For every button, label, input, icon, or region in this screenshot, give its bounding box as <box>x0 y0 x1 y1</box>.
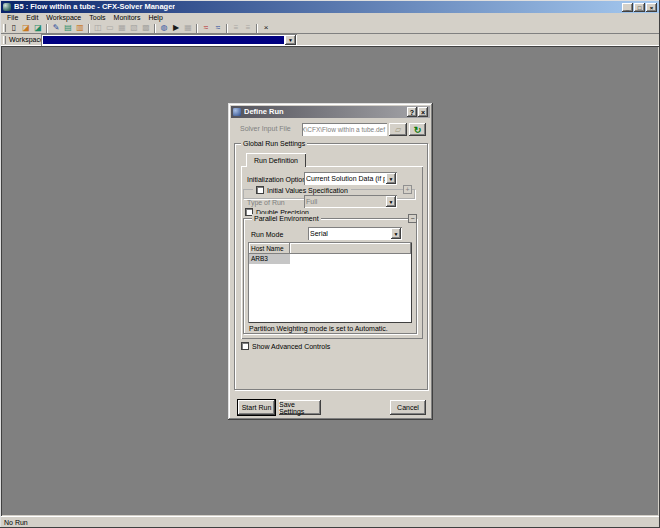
save-state-icon-2: ▭ <box>104 23 116 33</box>
toolbar-separator <box>196 24 198 33</box>
show-advanced-checkbox[interactable] <box>241 342 249 350</box>
close-button[interactable]: × <box>646 3 657 12</box>
table-row[interactable]: ARB3 <box>249 254 411 264</box>
chevron-down-icon[interactable]: ▼ <box>391 228 401 239</box>
define-run-icon <box>233 108 241 116</box>
import-solution-icon[interactable]: ▥ <box>74 23 86 33</box>
define-run-icon[interactable]: ✎ <box>50 23 62 33</box>
define-run-dialog: Define Run ? × Solver Input File \CFX\CF… <box>228 103 433 420</box>
tab-run-definition[interactable]: Run Definition <box>246 153 306 167</box>
empty-column-header[interactable] <box>290 243 411 254</box>
type-of-run-label: Type of Run <box>247 199 285 206</box>
workspace-combobox-selection <box>43 36 284 44</box>
menu-file[interactable]: File <box>3 13 22 23</box>
initial-values-checkbox[interactable] <box>256 186 264 194</box>
show-advanced-label: Show Advanced Controls <box>252 343 330 350</box>
initial-values-row: Initial Values Specification <box>253 185 351 195</box>
workspace-bar-grip[interactable] <box>3 36 6 44</box>
minimize-button[interactable]: _ <box>622 3 633 12</box>
solver-input-file-label: Solver Input File <box>240 125 291 132</box>
save-state-icon: ◫ <box>92 23 104 33</box>
start-run-icon[interactable]: ▶ <box>170 23 182 33</box>
menu-tools[interactable]: Tools <box>85 13 109 23</box>
parallel-environment-label: Parallel Environment <box>252 214 321 223</box>
app-icon <box>3 3 11 11</box>
menu-help[interactable]: Help <box>144 13 166 23</box>
window-titlebar[interactable]: B5 : Flow within a tube - CFX-Solver Man… <box>1 1 659 13</box>
toolbar-separator <box>88 24 90 33</box>
workspace-bar: Workspace ▼ <box>1 34 659 46</box>
show-advanced-row: Show Advanced Controls <box>241 342 330 350</box>
chevron-down-icon[interactable]: ▼ <box>285 35 296 45</box>
tab-run-definition-label: Run Definition <box>254 157 298 164</box>
workspace-next-icon: ≡ <box>242 23 254 33</box>
workspace-label: Workspace <box>9 34 44 46</box>
toolbar-grip[interactable] <box>3 24 6 32</box>
host-name-cell[interactable]: ARB3 <box>249 254 290 264</box>
run-definition-panel: Initialization Option Current Solution D… <box>241 166 423 339</box>
start-run-button[interactable]: Start Run <box>238 400 275 415</box>
save-state-icon-3: ▦ <box>116 23 128 33</box>
status-text: No Run <box>4 517 28 528</box>
run-mode-combobox[interactable]: Serial ▼ <box>308 227 402 240</box>
dialog-title: Define Run <box>244 106 284 118</box>
toolbar: ▯ ◪ ◪ ✎ ▤ ▥ ◫ ▭ ▦ ▧ ▩ ◍ ▶ ▦ ≈ ≈ ≡ ≡ × <box>1 23 659 34</box>
type-of-run-combobox: Full ▼ <box>304 195 397 208</box>
initial-values-label: Initial Values Specification <box>267 187 348 194</box>
initialization-option-label: Initialization Option <box>247 176 306 183</box>
type-of-run-value: Full <box>306 196 385 207</box>
toolbar-separator <box>154 24 156 33</box>
stop-run-icon[interactable]: × <box>260 23 272 33</box>
solver-input-file-field: \CFX\CFX\Flow within a tube.def <box>302 123 387 136</box>
save-results-icon: ▦ <box>182 23 194 33</box>
solver-input-file-value: \CFX\CFX\Flow within a tube.def <box>302 123 387 136</box>
browse-folder-icon: ▱ <box>389 123 407 136</box>
toolbar-separator <box>46 24 48 33</box>
new-run-icon[interactable]: ▯ <box>8 23 20 33</box>
host-table: Host Name ARB3 <box>248 242 412 323</box>
run-mode-value: Serial <box>310 228 390 239</box>
chevron-down-icon[interactable]: ▼ <box>386 173 396 184</box>
workspace-combobox[interactable]: ▼ <box>41 34 297 46</box>
remote-host-icon[interactable]: ◍ <box>158 23 170 33</box>
host-table-header: Host Name <box>249 243 411 254</box>
help-icon[interactable]: ? <box>407 107 417 117</box>
toolbar-separator <box>226 24 228 33</box>
cfx-solver-manager-window: B5 : Flow within a tube - CFX-Solver Man… <box>0 0 660 528</box>
host-name-column-header[interactable]: Host Name <box>249 243 290 254</box>
new-monitor-icon[interactable]: ≈ <box>200 23 212 33</box>
window-title: B5 : Flow within a tube - CFX-Solver Man… <box>14 1 175 13</box>
expand-icon: + <box>403 185 412 194</box>
new-monitor-icon-2[interactable]: ≈ <box>212 23 224 33</box>
edit-definition-icon[interactable]: ▤ <box>62 23 74 33</box>
menu-monitors[interactable]: Monitors <box>110 13 145 23</box>
maximize-button[interactable]: □ <box>634 3 645 12</box>
open-run-icon[interactable]: ◪ <box>32 23 44 33</box>
menu-edit[interactable]: Edit <box>22 13 42 23</box>
refresh-icon[interactable]: ↻ <box>409 123 426 136</box>
initialization-option-value: Current Solution Data (if possible) <box>306 173 385 184</box>
close-icon[interactable]: × <box>418 107 428 117</box>
toolbar-separator <box>256 24 258 33</box>
global-run-settings-group: Global Run Settings Run Definition Initi… <box>234 143 428 390</box>
save-state-icon-5: ▩ <box>140 23 152 33</box>
open-results-icon[interactable]: ◪ <box>20 23 32 33</box>
parallel-environment-group: Parallel Environment − Run Mode Serial ▼… <box>243 218 417 334</box>
menu-workspace[interactable]: Workspace <box>42 13 85 23</box>
partition-weighting-note: Partition Weighting mode is set to Autom… <box>249 325 388 332</box>
status-bar: No Run <box>1 516 659 527</box>
dialog-titlebar[interactable]: Define Run ? × <box>231 106 430 118</box>
collapse-icon[interactable]: − <box>408 214 417 223</box>
initialization-option-combobox[interactable]: Current Solution Data (if possible) ▼ <box>304 172 397 185</box>
save-settings-button[interactable]: Save Settings <box>279 400 321 415</box>
run-mode-label: Run Mode <box>251 231 283 238</box>
cancel-button[interactable]: Cancel <box>390 400 426 415</box>
host-empty-cell[interactable] <box>290 254 411 264</box>
global-run-settings-label: Global Run Settings <box>241 139 307 148</box>
workspace-prev-icon: ≡ <box>230 23 242 33</box>
menubar: File Edit Workspace Tools Monitors Help <box>1 13 659 23</box>
save-state-icon-4: ▧ <box>128 23 140 33</box>
chevron-down-icon: ▼ <box>386 196 396 207</box>
